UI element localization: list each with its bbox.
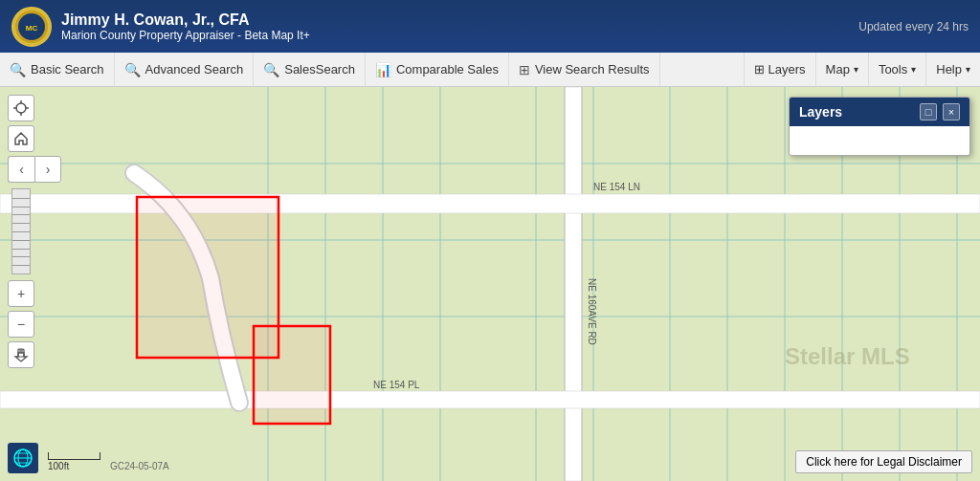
map-container[interactable]: NE 154 LN NE 154 PL NE 160AVE RD Stellar… [0,87,980,481]
map-nav[interactable]: Map ▾ [815,53,868,86]
tools-nav[interactable]: Tools ▾ [868,53,925,86]
map-toolbar: ‹ › + − [8,95,61,368]
locate-button[interactable] [8,95,34,121]
layers-panel-controls: □ × [920,103,960,120]
app-title-block: Jimmy H. Cowan, Jr., CFA Marion County P… [61,11,310,42]
scale-bar: 100ft [48,452,100,471]
svg-text:Stellar MLS: Stellar MLS [785,343,910,369]
svg-rect-20 [565,87,582,481]
home-button[interactable] [8,125,34,152]
layers-panel: Layers □ × [789,97,970,156]
update-notice: Updated every 24 hrs [858,20,969,33]
app-title: Jimmy H. Cowan, Jr., CFA [61,11,310,29]
layers-minimize-button[interactable]: □ [920,103,937,120]
map-dropdown-arrow: ▾ [854,64,858,75]
pan-button[interactable] [8,341,34,368]
svg-point-31 [16,103,26,113]
globe-button[interactable] [8,443,38,473]
layers-panel-body [790,126,969,155]
agency-logo: MC [11,7,52,47]
scale-line [48,452,100,460]
svg-rect-29 [254,326,330,424]
map-id: GC24-05-07A [110,461,169,471]
basic-search-nav[interactable]: 🔍 Basic Search [0,53,115,86]
tools-dropdown-arrow: ▾ [911,64,916,75]
layers-panel-header: Layers □ × [790,98,969,126]
main-navbar: 🔍 Basic Search 🔍 Advanced Search 🔍 Sales… [0,53,980,87]
nav-buttons: ‹ › [8,156,61,183]
zoom-in-button[interactable]: + [8,280,34,307]
help-dropdown-arrow: ▾ [966,64,970,75]
layers-close-button[interactable]: × [943,103,960,120]
app-header: MC Jimmy H. Cowan, Jr., CFA Marion Count… [0,0,980,53]
grid-icon: ⊞ [519,62,530,77]
layers-icon: ⊞ [754,62,765,77]
svg-text:NE 154 PL: NE 154 PL [373,380,420,390]
svg-text:MC: MC [26,24,38,33]
advanced-search-nav[interactable]: 🔍 Advanced Search [115,53,255,86]
zoom-slider[interactable] [11,188,31,274]
svg-rect-24 [0,391,980,408]
chart-icon: 📊 [375,62,391,77]
search-icon-2: 🔍 [124,62,141,77]
forward-button[interactable]: › [34,156,61,183]
scale-label: 100ft [48,461,69,471]
sales-search-nav[interactable]: 🔍 SalesSearch [254,53,366,86]
navbar-right: ⊞ Layers Map ▾ Tools ▾ Help ▾ [744,53,980,86]
layers-nav[interactable]: ⊞ Layers [744,53,815,86]
search-icon: 🔍 [10,62,26,77]
help-nav[interactable]: Help ▾ [925,53,980,86]
search-icon-3: 🔍 [263,62,279,77]
zoom-out-button[interactable]: − [8,311,34,338]
comparable-sales-nav[interactable]: 📊 Comparable Sales [366,53,509,86]
bottom-left-tools [8,443,38,473]
back-button[interactable]: ‹ [8,156,34,183]
app-subtitle: Marion County Property Appraiser - Beta … [61,29,310,42]
disclaimer-button[interactable]: Click here for Legal Disclaimer [795,450,972,473]
svg-text:NE 154 LN: NE 154 LN [593,182,640,192]
layers-panel-title: Layers [799,104,842,120]
svg-text:NE 160AVE RD: NE 160AVE RD [587,278,597,345]
view-results-nav[interactable]: ⊞ View Search Results [509,53,660,86]
